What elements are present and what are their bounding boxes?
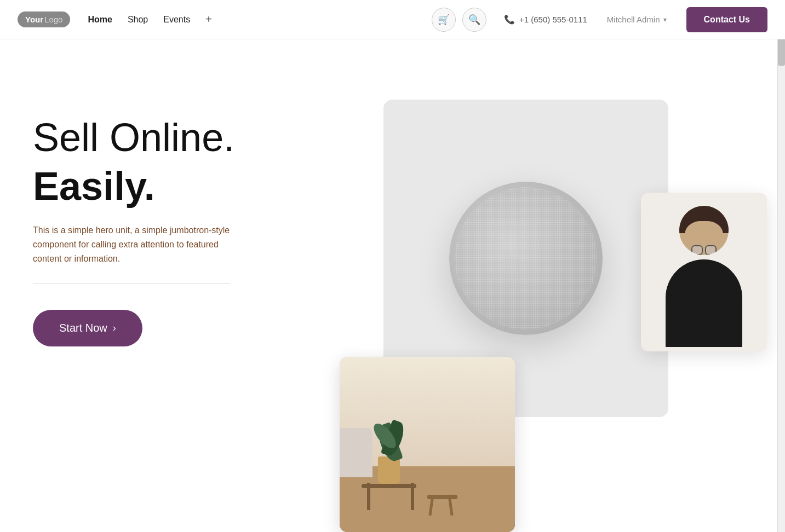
start-now-label: Start Now <box>59 322 107 334</box>
interior-sofa <box>340 428 373 477</box>
nav-home[interactable]: Home <box>88 15 112 25</box>
hero-description: This is a simple hero unit, a simple jum… <box>33 223 241 265</box>
person-face <box>685 221 723 255</box>
hero-divider <box>33 283 230 284</box>
speaker-shape <box>449 182 603 335</box>
logo[interactable]: Your Logo <box>18 11 70 27</box>
nav-add-icon[interactable]: + <box>205 13 212 26</box>
nav-events[interactable]: Events <box>163 15 190 25</box>
interior-scene <box>340 357 515 532</box>
cart-icon: 🛒 <box>438 14 450 26</box>
search-icon: 🔍 <box>468 14 480 26</box>
contact-us-button[interactable]: Contact Us <box>686 7 767 32</box>
user-menu[interactable]: Mitchell Admin ▾ <box>607 15 667 24</box>
hero-title-line1: Sell Online. <box>33 116 307 159</box>
person-figure <box>641 193 767 351</box>
scrollbar[interactable] <box>777 0 785 532</box>
person-body <box>666 259 742 347</box>
phone-number: +1 (650) 555-0111 <box>519 15 587 24</box>
person-head <box>679 206 729 255</box>
logo-your: Your <box>25 15 43 24</box>
phone-icon: 📞 <box>504 14 515 25</box>
search-button[interactable]: 🔍 <box>462 8 486 32</box>
hero-section: Sell Online. Easily. This is a simple he… <box>0 39 785 532</box>
speaker-texture <box>455 187 597 329</box>
interior-plant <box>370 418 408 462</box>
nav-shop[interactable]: Shop <box>128 15 148 25</box>
hero-left: Sell Online. Easily. This is a simple he… <box>33 83 307 346</box>
nav-links: Home Shop Events + <box>88 13 432 26</box>
user-name: Mitchell Admin <box>607 15 660 24</box>
glass-right <box>705 245 717 255</box>
start-arrow-icon: › <box>113 322 116 334</box>
hero-title-line2: Easily. <box>33 165 307 208</box>
hero-image-person <box>641 193 767 351</box>
hero-image-interior <box>340 357 515 532</box>
interior-table-leg2 <box>411 483 414 510</box>
start-now-button[interactable]: Start Now › <box>33 310 142 346</box>
chevron-down-icon: ▾ <box>663 16 667 24</box>
phone-area: 📞 +1 (650) 555-0111 <box>504 14 587 25</box>
person-glasses <box>691 245 717 255</box>
navbar: Your Logo Home Shop Events + 🛒 🔍 📞 +1 (6… <box>0 0 785 39</box>
interior-table-leg1 <box>367 483 370 510</box>
cart-button[interactable]: 🛒 <box>432 8 456 32</box>
logo-logo: Logo <box>44 15 62 24</box>
glass-left <box>691 245 703 255</box>
hero-right <box>340 83 752 510</box>
nav-icon-area: 🛒 🔍 📞 +1 (650) 555-0111 Mitchell Admin ▾… <box>432 7 767 32</box>
